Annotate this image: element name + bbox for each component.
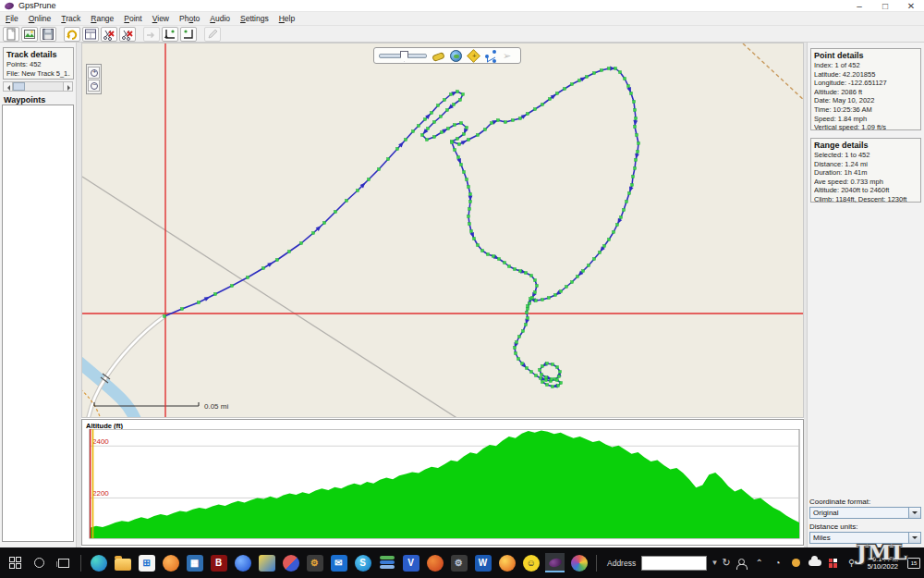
database-app-icon[interactable] bbox=[377, 553, 396, 572]
paint-app-icon[interactable] bbox=[257, 553, 276, 572]
tray-chevron-icon[interactable]: ⌃ bbox=[753, 557, 766, 570]
firefox-icon[interactable] bbox=[497, 553, 517, 572]
track-file-name: File: New Track 5_1... bbox=[6, 69, 70, 79]
word-icon[interactable]: W bbox=[473, 553, 492, 572]
point-detail-row: Time: 10:25:36 AM bbox=[814, 105, 918, 115]
point-details-box: Point details Index: 1 of 452Latitude: 4… bbox=[810, 48, 921, 130]
range-detail-row: Distance: 1.24 mi bbox=[814, 160, 918, 169]
menu-item-online[interactable]: Online bbox=[27, 14, 54, 23]
menu-item-help[interactable]: Help bbox=[277, 14, 297, 23]
maximize-button[interactable]: □ bbox=[872, 1, 898, 11]
task-view-icon[interactable] bbox=[54, 553, 73, 572]
point-detail-row: Latitude: 42.201855 bbox=[814, 70, 918, 80]
scrollbar-thumb[interactable] bbox=[13, 82, 25, 91]
office-icon[interactable] bbox=[425, 553, 444, 572]
menu-item-view[interactable]: View bbox=[151, 14, 171, 23]
visual-app-icon[interactable]: V bbox=[401, 553, 420, 572]
menu-item-audio[interactable]: Audio bbox=[208, 14, 232, 23]
point-detail-row: Index: 1 of 452 bbox=[814, 61, 918, 70]
point-detail-row: Speed: 1.84 mph bbox=[814, 115, 918, 124]
track-details-scrollbar[interactable] bbox=[3, 81, 73, 92]
skype-icon[interactable]: S bbox=[353, 553, 372, 572]
store-icon[interactable]: ⊞ bbox=[137, 553, 156, 572]
b-app-icon[interactable]: B bbox=[209, 553, 228, 572]
onedrive-icon[interactable] bbox=[808, 557, 821, 570]
zoom-in-button[interactable] bbox=[88, 67, 100, 79]
connect-points-icon[interactable] bbox=[485, 50, 497, 62]
gpsprune-app-icon bbox=[4, 1, 14, 9]
address-input[interactable] bbox=[641, 556, 707, 571]
point-detail-row: Longitude: -122.651127 bbox=[814, 79, 918, 88]
chevron-down-icon[interactable] bbox=[908, 508, 920, 518]
delete-range-button[interactable] bbox=[119, 27, 136, 42]
chevron-down-icon[interactable] bbox=[908, 533, 920, 543]
connect-icon[interactable] bbox=[432, 52, 445, 62]
map-zoom-controls bbox=[86, 64, 102, 94]
map-overlay-toolbar bbox=[373, 47, 521, 64]
set-range-end-button[interactable] bbox=[180, 27, 197, 42]
map-background-icon[interactable] bbox=[450, 50, 462, 62]
waypoints-list[interactable] bbox=[2, 105, 74, 542]
action-center-icon[interactable]: 15 bbox=[907, 558, 920, 569]
settings-gear-icon[interactable]: ⚙ bbox=[449, 553, 468, 572]
range-detail-row: Selected: 1 to 452 bbox=[814, 151, 918, 160]
point-detail-row: Altitude: 2086 ft bbox=[814, 88, 918, 97]
menu-item-file[interactable]: File bbox=[4, 14, 20, 23]
search-icon[interactable] bbox=[30, 553, 49, 572]
undo-button[interactable] bbox=[64, 27, 80, 42]
window-controls: – □ ✕ bbox=[846, 0, 924, 12]
open-file-button[interactable] bbox=[21, 27, 38, 42]
address-toolbar-label: Address bbox=[607, 559, 636, 568]
tray-grid-icon[interactable] bbox=[827, 557, 840, 570]
menu-item-settings[interactable]: Settings bbox=[238, 14, 271, 23]
photos-app-icon[interactable] bbox=[161, 553, 180, 572]
media-app-icon[interactable] bbox=[281, 553, 300, 572]
file-explorer-icon[interactable] bbox=[113, 553, 132, 572]
people-icon[interactable] bbox=[735, 557, 748, 570]
close-button[interactable]: ✕ bbox=[898, 1, 924, 11]
save-file-button[interactable] bbox=[40, 27, 56, 42]
menu-item-point[interactable]: Point bbox=[122, 14, 143, 23]
point-details-title: Point details bbox=[814, 51, 918, 60]
map-canvas[interactable]: 0.05 mi bbox=[81, 43, 804, 418]
delete-point-button[interactable] bbox=[101, 27, 117, 42]
jml-watermark: JML bbox=[857, 539, 908, 564]
set-range-start-button[interactable] bbox=[162, 27, 178, 42]
altitude-chart[interactable]: Altitude (ft) 22002400 bbox=[81, 419, 804, 546]
windows-taskbar: ⊞▦B⚙✉SV⚙W☺ Address ▼ ↻ ⌃◔⚲ 6:14 PM 5/10/… bbox=[0, 547, 924, 578]
right-panel: Point details Index: 1 of 452Latitude: 4… bbox=[807, 43, 924, 547]
range-detail-row: Altitude: 2040ft to 2460ft bbox=[814, 186, 918, 195]
menu-item-range[interactable]: Range bbox=[89, 14, 116, 23]
gear-orange-icon[interactable]: ⚙ bbox=[305, 553, 324, 572]
left-panel: Track details Points: 452 File: New Trac… bbox=[0, 43, 77, 547]
picasa-icon[interactable] bbox=[569, 553, 589, 572]
edit-point-button[interactable] bbox=[82, 27, 99, 42]
address-go-icon[interactable]: ↻ bbox=[722, 557, 730, 569]
address-dropdown-icon[interactable]: ▼ bbox=[711, 559, 718, 567]
start-button[interactable] bbox=[6, 553, 25, 572]
zoom-out-button[interactable] bbox=[88, 80, 100, 92]
zoom-slider-thumb[interactable] bbox=[400, 51, 408, 62]
edge-icon[interactable] bbox=[89, 553, 108, 572]
coordinate-format-select[interactable]: Original bbox=[809, 507, 921, 519]
autopan-icon[interactable] bbox=[467, 49, 480, 63]
altitude-chart-plot[interactable]: 22002400 bbox=[82, 429, 803, 545]
calculator-icon[interactable]: ▦ bbox=[185, 553, 204, 572]
chat-app-icon[interactable]: ☺ bbox=[521, 553, 541, 572]
track-details-box: Track details Points: 452 File: New Trac… bbox=[3, 47, 74, 80]
gpsprune-taskbar-icon[interactable] bbox=[545, 553, 565, 572]
zoom-slider[interactable] bbox=[379, 54, 427, 58]
drag-mode-icon[interactable] bbox=[503, 50, 515, 62]
menu-item-track[interactable]: Track bbox=[59, 14, 82, 23]
tray-app1-icon[interactable]: ◔ bbox=[772, 557, 784, 570]
scroll-right-arrow[interactable] bbox=[63, 82, 72, 91]
tray-alert-icon[interactable] bbox=[790, 557, 803, 570]
menu-item-photo[interactable]: Photo bbox=[177, 14, 201, 23]
sphere-app-icon[interactable] bbox=[233, 553, 252, 572]
new-file-button[interactable] bbox=[3, 27, 19, 42]
minimize-button[interactable]: – bbox=[846, 1, 872, 11]
coordinate-format-label: Coordinate format: bbox=[809, 498, 870, 506]
mail-icon[interactable]: ✉ bbox=[329, 553, 348, 572]
scroll-left-arrow[interactable] bbox=[4, 82, 13, 91]
range-detail-row: Duration: 1h 41m bbox=[814, 168, 918, 178]
